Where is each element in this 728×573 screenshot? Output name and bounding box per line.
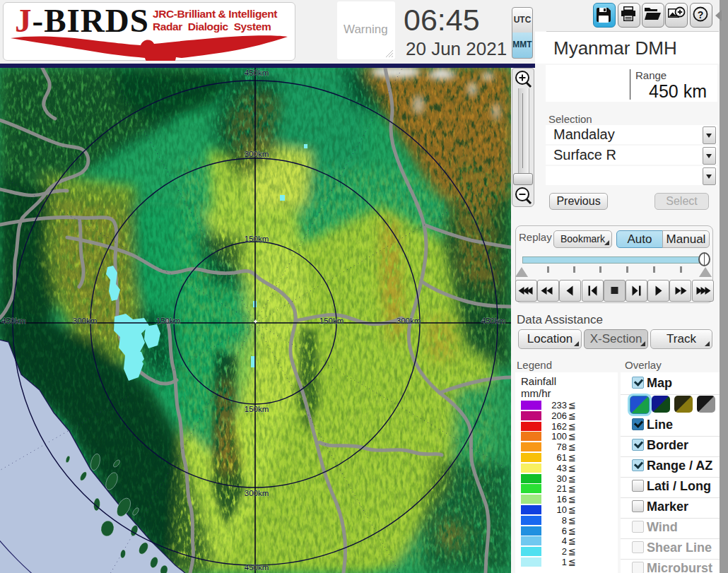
svg-text:300km: 300km [245,489,269,497]
svg-text:300km: 300km [397,317,421,325]
svg-text:450km: 450km [481,317,506,325]
svg-text:450km: 450km [245,69,269,77]
svg-text:300km: 300km [245,150,269,158]
svg-text:?: ? [698,9,704,20]
svg-text:450km: 450km [1,317,26,325]
svg-text:450km: 450km [245,563,269,572]
svg-text:150km: 150km [245,235,269,243]
svg-text:150km: 150km [156,317,181,325]
svg-text:150km: 150km [245,405,269,413]
svg-text:300km: 300km [73,317,98,325]
svg-text:150km: 150km [319,317,344,325]
